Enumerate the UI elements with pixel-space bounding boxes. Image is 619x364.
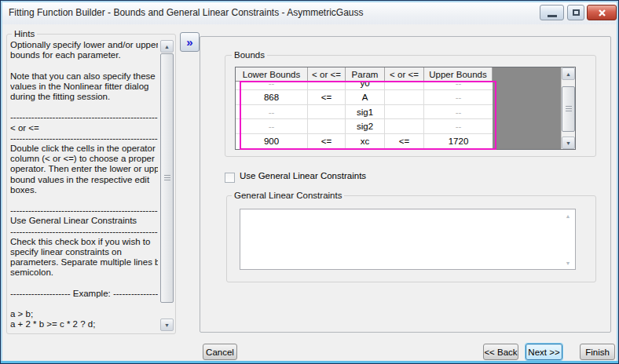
table-row-sig2: -- sig2 -- <box>236 119 493 134</box>
cell-lower-bounds[interactable]: -- <box>236 105 308 118</box>
double-chevron-icon: » <box>186 35 192 49</box>
header-param: Param <box>346 67 385 82</box>
cell-upper-op[interactable] <box>385 90 424 104</box>
bounds-table-scrollbar[interactable]: ▲ ▼ <box>561 67 575 149</box>
window-title: Fitting Function Builder - Bounds and Ge… <box>9 7 364 18</box>
hints-group-label: Hints <box>12 29 37 38</box>
back-button[interactable]: << Back <box>483 344 518 360</box>
scroll-down-icon[interactable]: ▼ <box>562 136 575 149</box>
scrollbar-grip-icon <box>164 175 170 181</box>
header-lower-op: < or <= <box>308 67 346 82</box>
header-upper-op: < or <= <box>385 67 424 82</box>
bounds-table-body: -- y0 -- 868 <= A -- -- <box>236 82 493 149</box>
bounds-group-label: Bounds <box>232 50 267 60</box>
title-bar[interactable]: Fitting Function Builder - Bounds and Ge… <box>2 2 617 24</box>
cell-param[interactable]: sig2 <box>346 119 385 133</box>
constraints-textarea[interactable]: ▲ ▼ <box>240 209 576 270</box>
minimize-button[interactable] <box>540 5 564 20</box>
cell-upper-op[interactable]: <= <box>385 134 424 148</box>
use-constraints-checkbox-label[interactable]: Use General Linear Constraints <box>240 171 366 180</box>
cell-lower-bounds[interactable]: -- <box>236 119 308 133</box>
dialog-window: Fitting Function Builder - Bounds and Ge… <box>0 0 619 364</box>
cell-param[interactable]: xc <box>346 134 385 148</box>
cell-param[interactable]: sig1 <box>346 105 385 118</box>
header-lower-bounds: Lower Bounds <box>236 67 308 82</box>
scroll-up-icon[interactable]: ▲ <box>562 67 575 80</box>
hints-text: Optionally specify lower and/or upper bo… <box>10 40 158 329</box>
hints-scrollbar[interactable]: ▲ ▼ <box>160 40 174 331</box>
next-button[interactable]: Next >> <box>526 344 562 360</box>
header-upper-bounds: Upper Bounds <box>424 67 493 82</box>
maximize-icon <box>573 9 580 16</box>
minimize-icon <box>548 15 557 17</box>
cell-lower-bounds[interactable]: 900 <box>236 134 308 148</box>
scroll-down-icon[interactable]: ▼ <box>160 318 174 331</box>
cell-upper-op[interactable] <box>385 119 424 133</box>
close-button[interactable] <box>587 5 617 20</box>
cell-lower-op[interactable]: <= <box>308 134 346 148</box>
cell-param[interactable]: y0 <box>346 82 385 90</box>
maximize-button[interactable] <box>567 5 584 20</box>
cell-lower-op[interactable] <box>308 119 346 133</box>
scrollbar-grip-icon <box>566 106 572 112</box>
finish-button[interactable]: Finish <box>580 344 615 360</box>
table-row-y0: -- y0 -- <box>236 82 493 90</box>
cell-upper-bounds[interactable]: 1720 <box>424 134 493 148</box>
table-row-xc: 900 <= xc <= 1720 <box>236 134 493 148</box>
cell-upper-op[interactable] <box>385 82 424 90</box>
bounds-table-header: Lower Bounds < or <= Param < or <= Upper… <box>236 67 493 82</box>
dialog-body: Hints Optionally specify lower and/or up… <box>3 24 616 361</box>
hints-scrollbar-thumb[interactable] <box>160 53 174 303</box>
cell-upper-bounds[interactable]: -- <box>424 105 493 118</box>
cancel-button[interactable]: Cancel <box>203 344 237 360</box>
cell-lower-op[interactable] <box>308 105 346 118</box>
cell-param[interactable]: A <box>346 90 385 104</box>
collapse-hints-button[interactable]: » <box>180 32 200 52</box>
wizard-page-panel: Bounds Lower Bounds < or <= Param < or <… <box>200 36 611 333</box>
scroll-down-icon: ▼ <box>562 258 573 268</box>
bounds-table: Lower Bounds < or <= Param < or <= Upper… <box>235 67 576 150</box>
cell-upper-bounds[interactable]: -- <box>424 119 493 133</box>
cell-lower-bounds[interactable]: 868 <box>236 90 308 104</box>
scroll-up-icon[interactable]: ▲ <box>160 40 174 53</box>
cell-upper-bounds[interactable]: -- <box>424 82 493 90</box>
cell-upper-bounds[interactable]: -- <box>424 90 493 104</box>
scroll-up-icon: ▲ <box>562 211 573 220</box>
cell-upper-op[interactable] <box>385 105 424 118</box>
table-row-A: 868 <= A -- <box>236 90 493 105</box>
close-icon <box>598 9 606 17</box>
cell-lower-op[interactable] <box>308 82 346 90</box>
table-row-sig1: -- sig1 -- <box>236 105 493 119</box>
cell-lower-op[interactable]: <= <box>308 90 346 104</box>
use-constraints-checkbox[interactable] <box>225 173 235 183</box>
table-scrollbar-thumb[interactable] <box>562 86 575 132</box>
general-linear-constraints-group-label: General Linear Constraints <box>232 191 344 200</box>
cell-lower-bounds[interactable]: -- <box>236 82 308 90</box>
